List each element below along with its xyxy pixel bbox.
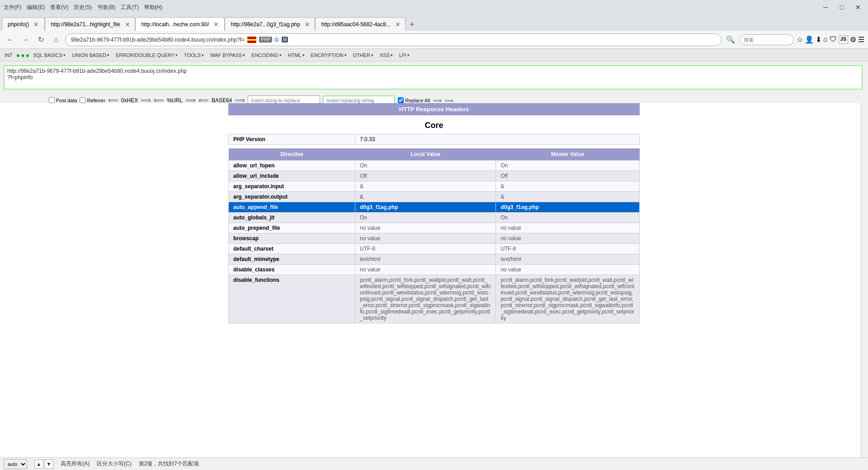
master-value-cell: On [496, 213, 640, 223]
tab-label: http://98e2a7...0g3_f1ag.php [231, 21, 300, 28]
home-button[interactable]: ⌂ [50, 33, 62, 46]
tb-lfi[interactable]: LFI [396, 52, 412, 59]
home2-icon[interactable]: ⌂ [823, 35, 828, 44]
tab-close-icon[interactable]: ✕ [213, 21, 219, 28]
master-value-cell: pcntl_alarm,pcntl_fork,pcntl_waitpid,pcn… [496, 275, 640, 323]
tab-d95[interactable]: http://d95aac04-5682-4ac8... ✕ [315, 17, 406, 31]
local-value-cell: no value [355, 223, 496, 233]
tb-encoding[interactable]: ENCODING [249, 52, 284, 59]
table-row: default_charsetUTF-8UTF-8 [229, 244, 640, 254]
col-master: Master Value [496, 148, 640, 161]
close-button[interactable]: ✕ [852, 2, 864, 12]
post-data-checkbox[interactable]: Post data [49, 97, 77, 103]
menu-icon[interactable]: ☰ [858, 35, 864, 44]
local-value-cell: Off [355, 171, 496, 181]
master-value-cell: & [496, 192, 640, 202]
core-title: Core [228, 115, 640, 134]
tab-label: http://d95aac04-5682-4ac8... [321, 21, 390, 28]
post-data-label: Post data [56, 98, 77, 103]
tb-html[interactable]: HTML [285, 52, 307, 59]
shield-icon[interactable]: 🛡 [830, 35, 837, 44]
menu-view[interactable]: 查看(V) [50, 4, 68, 11]
base64-label: BASE64 [212, 97, 232, 104]
minimize-button[interactable]: ─ [819, 2, 832, 12]
flag-icon [247, 37, 256, 43]
case-sensitive-button[interactable]: 区分大小写(C) [97, 460, 132, 468]
tab-close-icon[interactable]: ✕ [395, 21, 401, 28]
tab-close-icon[interactable]: ✕ [125, 21, 130, 28]
tab-local[interactable]: http://localh...hezhe.com:80/ ✕ [135, 17, 225, 31]
directive-cell: arg_separator.input [229, 181, 355, 192]
master-value-cell: text/html [496, 254, 640, 265]
menu-history[interactable]: 历史(S) [74, 4, 92, 11]
post-data-check[interactable] [49, 97, 55, 103]
search-input[interactable] [740, 34, 794, 45]
php-version-value: 7.0.33 [355, 134, 640, 145]
menu-file[interactable]: 文件(F) [4, 4, 21, 11]
local-value-cell: UTF-8 [355, 244, 496, 254]
user-icon[interactable]: 👤 [805, 35, 814, 44]
restore-button[interactable]: □ [835, 2, 848, 12]
php-version-label: PHP Version [229, 134, 355, 145]
reload-button[interactable]: ↻ [34, 33, 47, 46]
menu-edit[interactable]: 编辑(E) [27, 4, 45, 11]
new-tab-button[interactable]: + [406, 18, 418, 31]
table-row: auto_append_filed0g3_f1ag.phpd0g3_f1ag.p… [229, 202, 640, 213]
master-value-cell: & [496, 181, 640, 192]
tb-union[interactable]: UNION BASED [69, 52, 112, 59]
g-icon: G [275, 37, 279, 43]
tab-close-icon[interactable]: ✕ [305, 21, 310, 28]
forward-button[interactable]: → [19, 33, 32, 46]
hex-label: 0xHEX [121, 97, 138, 104]
replace-all-checkbox[interactable]: Replace All [398, 97, 430, 103]
menu-help[interactable]: 帮助(H) [144, 4, 163, 11]
status-bar: auto ▲ ▼ 高亮所有(A) 区分大小写(C) 第2项，共找到7个匹配项 [0, 457, 868, 470]
local-value-cell: On [355, 213, 496, 223]
back-button[interactable]: ← [4, 33, 16, 46]
referrer-checkbox[interactable]: Referrer [80, 97, 105, 103]
php-version-table: PHP Version 7.0.33 [228, 134, 640, 145]
next-match-button[interactable]: ▼ [44, 460, 53, 469]
settings-icon[interactable]: ⚙ [850, 35, 856, 44]
js-label[interactable]: JS [839, 35, 848, 44]
tb-int[interactable]: INT [2, 52, 15, 59]
tb-xss[interactable]: XSS [377, 52, 396, 59]
tab-label: http://localh...hezhe.com:80/ [141, 21, 209, 28]
bookmark-icon[interactable]: ☆ [797, 35, 803, 44]
local-value-cell: On [355, 161, 496, 171]
directive-cell: default_charset [229, 244, 355, 254]
replace-all-check[interactable] [398, 97, 404, 103]
tb-sql-basics[interactable]: SQL BASICS [30, 52, 68, 59]
local-value-cell: d0g3_f1ag.php [355, 202, 496, 213]
tab-highlight[interactable]: http://98e2a71...highlight_file ✕ [45, 17, 135, 31]
tb-encryption[interactable]: ENCRYPTION [308, 52, 349, 59]
menu-tools[interactable]: 工具(T) [121, 4, 138, 11]
highlight-all-button[interactable]: 高亮所有(A) [61, 460, 90, 468]
nav-icons: ☆ 👤 ⬇ ⌂ 🛡 JS ⚙ ☰ [797, 35, 864, 44]
local-value-cell: & [355, 181, 496, 192]
directive-cell: disable_functions [229, 275, 355, 323]
status-arrows: ▲ ▼ [34, 460, 53, 469]
tab-phpinfo[interactable]: phpinfo() ✕ [2, 17, 45, 31]
tab-close-icon[interactable]: ✕ [33, 21, 39, 28]
scrollbar[interactable] [861, 103, 868, 457]
tb-other[interactable]: OTHER [350, 52, 377, 59]
referrer-check[interactable] [80, 97, 85, 103]
directive-cell: auto_globals_jit [229, 213, 355, 223]
tab-flag[interactable]: http://98e2a7...0g3_f1ag.php ✕ [225, 17, 315, 31]
prev-match-button[interactable]: ▲ [34, 460, 43, 469]
master-value-cell: no value [496, 233, 640, 244]
url-input[interactable]: http://98e2a71b-9679-477f-b91b-ade29be54… [4, 65, 863, 90]
local-value-cell: no value [355, 265, 496, 275]
tb-tools[interactable]: TOOLS [181, 52, 207, 59]
match-type-select[interactable]: auto [4, 459, 27, 469]
directive-cell: auto_prepend_file [229, 223, 355, 233]
tb-error[interactable]: ERROR/DOUBLE QUERY [113, 52, 180, 59]
menu-bookmarks[interactable]: 书签(B) [97, 4, 115, 11]
tb-waf[interactable]: WAF BYPASS [208, 52, 248, 59]
master-value-cell: On [496, 161, 640, 171]
directive-cell: browscap [229, 233, 355, 244]
download-icon[interactable]: ⬇ [816, 35, 821, 44]
address-bar[interactable]: 98e2a71b-9679-477f-b91b-ade29be54b80.nod… [65, 33, 722, 46]
master-value-cell: no value [496, 223, 640, 233]
